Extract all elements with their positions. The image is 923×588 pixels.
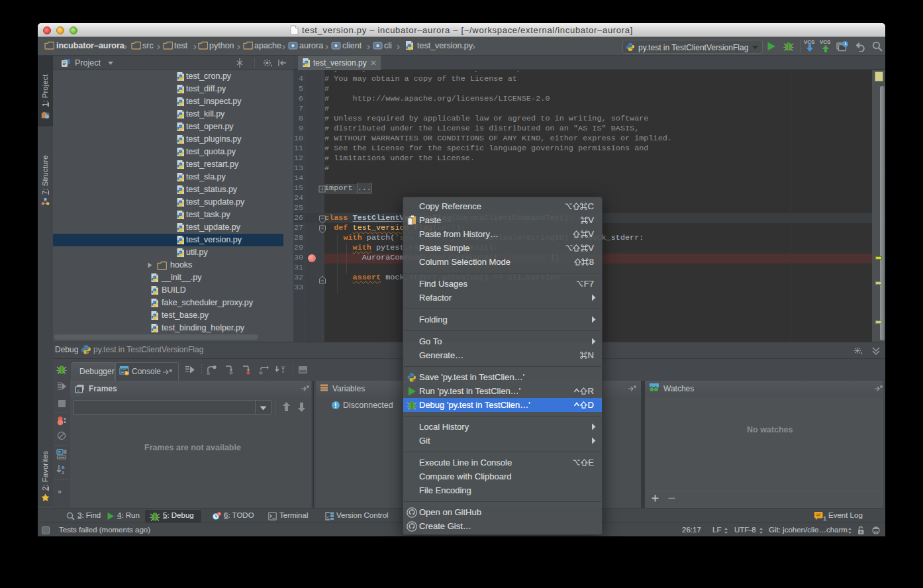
svg-text:z: z bbox=[62, 469, 64, 475]
svg-text:s: s bbox=[77, 388, 80, 393]
